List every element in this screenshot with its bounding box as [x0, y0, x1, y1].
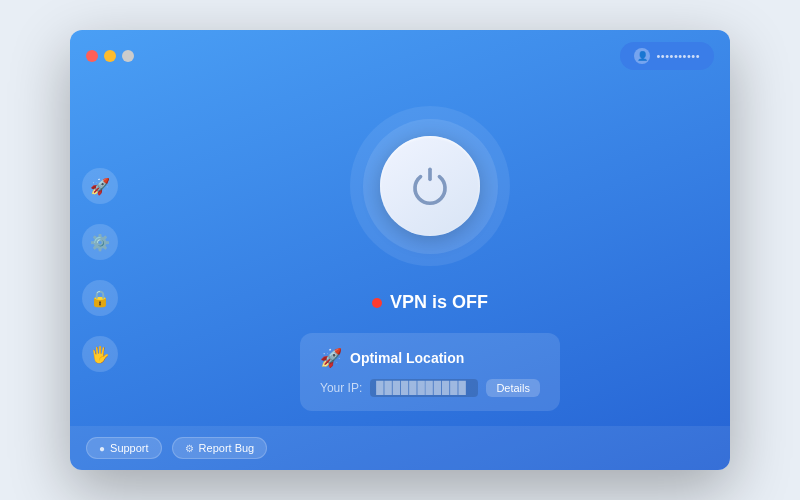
details-button[interactable]: Details — [486, 379, 540, 397]
maximize-button[interactable] — [122, 50, 134, 62]
main-content: VPN is OFF 🚀 Optimal Location Your IP: █… — [130, 66, 730, 470]
location-name: Optimal Location — [350, 350, 464, 366]
sidebar-item-security[interactable]: 🔒 — [82, 280, 118, 316]
power-icon — [410, 166, 450, 206]
sidebar-item-block[interactable]: 🖐️ — [82, 336, 118, 372]
location-header: 🚀 Optimal Location — [320, 347, 540, 369]
report-bug-button[interactable]: ⚙ Report Bug — [172, 437, 268, 459]
support-icon: ● — [99, 443, 105, 454]
sidebar-item-settings[interactable]: ⚙️ — [82, 224, 118, 260]
lock-icon: 🔒 — [90, 289, 110, 308]
account-label: •••••••••• — [656, 50, 700, 62]
location-card: 🚀 Optimal Location Your IP: ███████████ … — [300, 333, 560, 411]
user-icon: 👤 — [634, 48, 650, 64]
ip-value: ███████████ — [370, 379, 478, 397]
support-label: Support — [110, 442, 149, 454]
location-rocket-icon: 🚀 — [320, 347, 342, 369]
power-button[interactable] — [380, 136, 480, 236]
status-dot — [372, 298, 382, 308]
support-button[interactable]: ● Support — [86, 437, 162, 459]
sidebar: 🚀 ⚙️ 🔒 🖐️ — [70, 30, 130, 470]
report-bug-label: Report Bug — [199, 442, 255, 454]
title-bar: 👤 •••••••••• — [70, 30, 730, 82]
ip-label: Your IP: — [320, 381, 362, 395]
hand-icon: 🖐️ — [90, 345, 110, 364]
account-button[interactable]: 👤 •••••••••• — [620, 42, 714, 70]
bug-icon: ⚙ — [185, 443, 194, 454]
vpn-status: VPN is OFF — [372, 292, 488, 313]
power-area — [340, 96, 520, 276]
close-button[interactable] — [86, 50, 98, 62]
ip-row: Your IP: ███████████ Details — [320, 379, 540, 397]
app-window: 👤 •••••••••• 🚀 ⚙️ 🔒 🖐️ — [70, 30, 730, 470]
sidebar-item-locations[interactable]: 🚀 — [82, 168, 118, 204]
traffic-lights — [86, 50, 134, 62]
minimize-button[interactable] — [104, 50, 116, 62]
gear-icon: ⚙️ — [90, 233, 110, 252]
rocket-icon: 🚀 — [90, 177, 110, 196]
vpn-status-label: VPN is OFF — [390, 292, 488, 313]
bottom-bar: ● Support ⚙ Report Bug — [70, 426, 730, 470]
